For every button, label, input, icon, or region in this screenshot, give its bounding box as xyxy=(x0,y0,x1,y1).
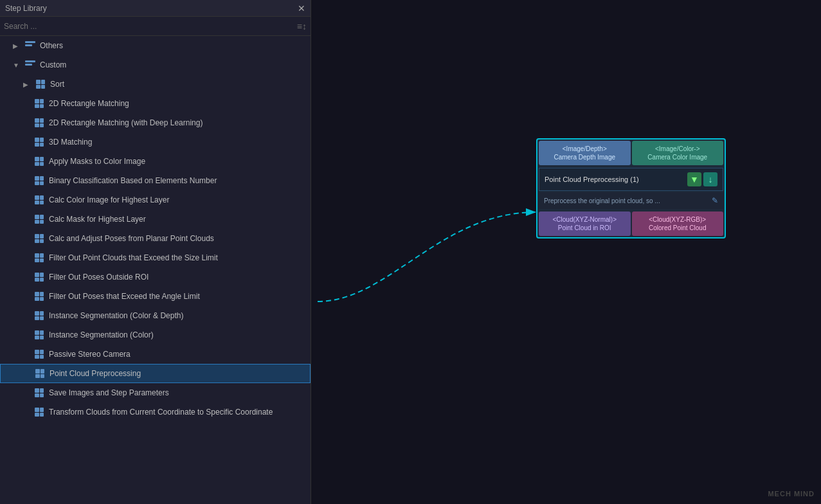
node-body: Point Cloud Preprocessing (1) ▼ ↓ xyxy=(539,168,723,191)
item-label: Calc Color Image for Highest Layer xyxy=(49,195,169,204)
input-slot-color: <Image/Color-> Camera Color Image xyxy=(632,141,724,165)
step-icon xyxy=(33,329,45,341)
step-icon xyxy=(33,387,45,399)
search-input[interactable] xyxy=(4,22,294,31)
list-item[interactable]: Instance Segmentation (Color) xyxy=(0,325,311,345)
step-icon xyxy=(33,291,45,302)
step-icon xyxy=(33,136,45,148)
item-label: Filter Out Poses that Exceed the Angle L… xyxy=(49,292,200,301)
item-label: 3D Matching xyxy=(49,138,92,147)
node-card[interactable]: <Image/Depth> Camera Depth Image <Image/… xyxy=(536,138,726,239)
input-type-tag: <Image/Color-> xyxy=(637,145,719,153)
output-type-tag: <Cloud(XYZ-Normal)> xyxy=(544,215,626,224)
step-icon xyxy=(33,213,45,225)
logo-line1: MECH xyxy=(768,490,791,498)
list-item[interactable]: Calc Mask for Highest Layer xyxy=(0,210,311,229)
step-icon xyxy=(34,368,46,379)
list-item[interactable]: Passive Stereo Camera xyxy=(0,345,311,364)
node-export-button[interactable]: ↓ xyxy=(703,172,717,186)
output-type-tag: <Cloud(XYZ-RGB)> xyxy=(637,215,719,224)
item-label: Calc and Adjust Poses from Planar Point … xyxy=(49,234,214,243)
search-bar: ≡↕ xyxy=(0,17,311,36)
tree-container: ▶ Others ▼ Custom ▶ xyxy=(0,36,311,504)
node-title: Point Cloud Preprocessing (1) xyxy=(545,176,639,183)
list-item[interactable]: Transform Clouds from Current Coordinate… xyxy=(0,402,311,422)
item-label: Filter Out Poses Outside ROI xyxy=(49,273,149,282)
sidebar-header: Step Library ✕ xyxy=(0,0,311,17)
input-slot-depth: <Image/Depth> Camera Depth Image xyxy=(539,141,631,165)
item-label: Apply Masks to Color Image xyxy=(49,157,145,166)
category-others[interactable]: ▶ Others xyxy=(0,36,311,55)
step-icon xyxy=(33,175,45,186)
step-library-panel: Step Library ✕ ≡↕ ▶ Others ▼ xyxy=(0,0,311,504)
list-item[interactable]: Calc Color Image for Highest Layer xyxy=(0,190,311,210)
category-custom[interactable]: ▼ Custom xyxy=(0,55,311,75)
category-icon-custom xyxy=(24,59,36,71)
group-sort-label: Sort xyxy=(50,80,64,89)
list-item[interactable]: Filter Out Point Clouds that Exceed the … xyxy=(0,248,311,267)
category-others-label: Others xyxy=(40,41,63,50)
group-sort[interactable]: ▶ Sort xyxy=(0,75,311,94)
node-action-buttons: ▼ ↓ xyxy=(687,172,717,186)
list-item[interactable]: 2D Rectangle Matching xyxy=(0,94,311,113)
step-icon xyxy=(33,194,45,206)
logo-line2: MIND xyxy=(794,490,815,498)
node-description: Preprocess the original point cloud, so … xyxy=(539,192,723,209)
list-item[interactable]: Calc and Adjust Poses from Planar Point … xyxy=(0,229,311,248)
list-item[interactable]: 3D Matching xyxy=(0,132,311,152)
node-inputs: <Image/Depth> Camera Depth Image <Image/… xyxy=(537,140,725,166)
item-label: Instance Segmentation (Color) xyxy=(49,330,154,339)
list-item[interactable]: 2D Rectangle Matching (with Deep Learnin… xyxy=(0,113,311,132)
item-label: Binary Classification Based on Elements … xyxy=(49,176,217,185)
item-label: Save Images and Step Parameters xyxy=(49,388,169,397)
item-label: Calc Mask for Highest Layer xyxy=(49,215,146,224)
list-item[interactable]: Filter Out Poses that Exceed the Angle L… xyxy=(0,287,311,306)
input-label: Camera Color Image xyxy=(637,153,719,161)
item-label: Transform Clouds from Current Coordinate… xyxy=(49,408,273,417)
category-custom-label: Custom xyxy=(40,60,66,69)
output-label: Point Cloud in ROI xyxy=(544,224,626,232)
sort-icon xyxy=(35,78,46,90)
input-type-tag: <Image/Depth> xyxy=(544,145,626,153)
output-label: Colored Point Cloud xyxy=(637,224,719,232)
list-item[interactable]: Apply Masks to Color Image xyxy=(0,152,311,171)
step-icon xyxy=(33,98,45,109)
step-icon xyxy=(33,156,45,167)
step-icon xyxy=(33,117,45,129)
item-label: Instance Segmentation (Color & Depth) xyxy=(49,311,183,320)
list-item[interactable]: Binary Classification Based on Elements … xyxy=(0,171,311,190)
close-button[interactable]: ✕ xyxy=(298,4,305,13)
step-icon xyxy=(33,252,45,264)
list-item-selected[interactable]: Point Cloud Preprocessing xyxy=(0,364,311,383)
item-label: 2D Rectangle Matching (with Deep Learnin… xyxy=(49,118,203,127)
item-label: Filter Out Point Clouds that Exceed the … xyxy=(49,253,218,262)
output-slot-cloud-normal: <Cloud(XYZ-Normal)> Point Cloud in ROI xyxy=(539,212,631,236)
input-label: Camera Depth Image xyxy=(544,153,626,161)
connection-arrow xyxy=(311,0,821,504)
step-icon xyxy=(33,271,45,283)
logo: MECH MIND xyxy=(768,490,815,498)
list-item[interactable]: Save Images and Step Parameters xyxy=(0,383,311,402)
category-icon xyxy=(24,40,36,51)
step-icon xyxy=(33,310,45,321)
list-item[interactable]: Filter Out Poses Outside ROI xyxy=(0,267,311,287)
sort-arrow: ▶ xyxy=(23,81,31,88)
node-outputs: <Cloud(XYZ-Normal)> Point Cloud in ROI <… xyxy=(537,210,725,237)
item-label: Passive Stereo Camera xyxy=(49,350,131,359)
sidebar-title: Step Library xyxy=(5,4,47,13)
node-desc-text: Preprocess the original point cloud, so … xyxy=(544,197,660,204)
step-icon xyxy=(33,348,45,360)
node-edit-icon[interactable]: ✎ xyxy=(712,196,718,205)
item-label-selected: Point Cloud Preprocessing xyxy=(50,369,141,378)
list-item[interactable]: Instance Segmentation (Color & Depth) xyxy=(0,306,311,325)
item-label: 2D Rectangle Matching xyxy=(49,99,129,108)
node-down-button[interactable]: ▼ xyxy=(687,172,701,186)
output-slot-cloud-rgb: <Cloud(XYZ-RGB)> Colored Point Cloud xyxy=(632,212,724,236)
expand-arrow: ▶ xyxy=(13,42,21,50)
step-icon xyxy=(33,406,45,418)
main-canvas: <Image/Depth> Camera Depth Image <Image/… xyxy=(311,0,821,504)
expand-arrow-custom: ▼ xyxy=(13,62,21,69)
filter-icon[interactable]: ≡↕ xyxy=(297,21,307,32)
step-icon xyxy=(33,233,45,244)
